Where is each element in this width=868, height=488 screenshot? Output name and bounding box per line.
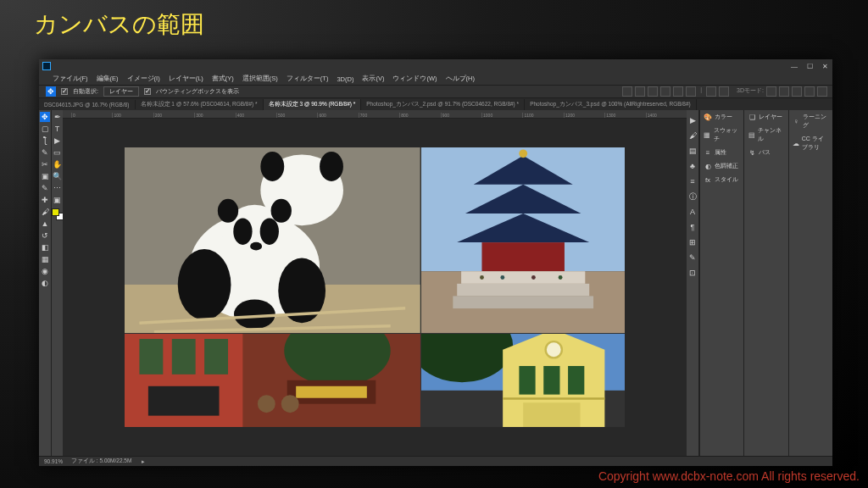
- align-icon-4[interactable]: [660, 86, 670, 97]
- menu-layer[interactable]: レイヤー(L): [169, 75, 203, 83]
- 3d-icon-5[interactable]: [817, 86, 827, 97]
- eyedropper-tool[interactable]: ✎: [40, 183, 50, 193]
- dodge-tool[interactable]: ◐: [40, 278, 50, 288]
- tool-presets-icon[interactable]: ✎: [687, 252, 698, 263]
- placed-image-street[interactable]: [125, 334, 420, 427]
- path-select-tool[interactable]: ▶: [53, 136, 63, 146]
- marquee-tool[interactable]: ▢: [40, 124, 50, 134]
- move-tool[interactable]: ✥: [40, 112, 50, 122]
- doc-tab-1[interactable]: 名称未設定 1 @ 57.6% (DSC04614, RGB/8#) *: [136, 99, 264, 110]
- 3d-icon-1[interactable]: [766, 86, 776, 97]
- menu-view[interactable]: 表示(V): [362, 75, 384, 83]
- paragraph-panel-icon[interactable]: ¶: [687, 222, 698, 232]
- history-panel-icon[interactable]: ▶: [687, 115, 698, 125]
- doc-tab-4[interactable]: Photoshop_カンバス_3.psd @ 100% (AllRightres…: [525, 99, 697, 110]
- glyphs-icon[interactable]: ⊞: [687, 237, 698, 247]
- panel-label: ラーニング: [803, 113, 829, 130]
- edit-toolbar[interactable]: ⋯: [53, 183, 63, 193]
- ruler-mark: 600: [317, 113, 358, 118]
- menu-image[interactable]: イメージ(I): [127, 75, 160, 83]
- navigator-icon[interactable]: ⊡: [687, 268, 698, 278]
- panel-color[interactable]: 🎨カラー: [700, 110, 743, 124]
- window-maximize-button[interactable]: ☐: [805, 62, 814, 70]
- panel-layers[interactable]: ❏レイヤー: [744, 110, 787, 124]
- align-icon-3[interactable]: [648, 86, 658, 97]
- align-icon-1[interactable]: [622, 86, 632, 97]
- placed-image-panda[interactable]: [125, 147, 420, 333]
- panel-channels[interactable]: ▤チャンネル: [744, 124, 787, 146]
- auto-select-dropdown[interactable]: レイヤー: [103, 86, 139, 97]
- stamp-tool[interactable]: ▲: [40, 219, 50, 229]
- brush-tool[interactable]: 🖌: [40, 207, 50, 217]
- panel-libraries[interactable]: ☁CC ライブラリ: [789, 132, 832, 154]
- menu-3d[interactable]: 3D(D): [337, 75, 353, 83]
- crop-tool[interactable]: ✂: [40, 159, 50, 169]
- window-close-button[interactable]: ✕: [821, 62, 829, 70]
- menu-type[interactable]: 書式(Y): [212, 75, 234, 83]
- heal-tool[interactable]: ✚: [40, 195, 50, 205]
- status-zoom[interactable]: 90.91%: [44, 458, 63, 464]
- panel-paths[interactable]: ↯パス: [744, 146, 787, 159]
- blur-tool[interactable]: ◉: [40, 266, 50, 276]
- svg-point-3: [260, 152, 284, 181]
- brush-settings-icon[interactable]: ▤: [687, 146, 698, 156]
- distribute-icon-1[interactable]: [706, 86, 716, 97]
- canvas-viewport[interactable]: [63, 119, 687, 456]
- panel-swatches[interactable]: ▦スウォッチ: [700, 124, 743, 146]
- rect-tool[interactable]: ▭: [53, 147, 63, 158]
- properties-icon: ≡: [704, 148, 712, 157]
- panel-properties[interactable]: ≡属性: [700, 146, 743, 159]
- status-fileinfo[interactable]: ファイル : 5.00M/22.5M: [71, 458, 131, 465]
- doc-tab-0[interactable]: DSC04615.JPG @ 16.7% (RGB/8): [39, 100, 136, 109]
- ps-logo-icon: [42, 62, 51, 70]
- pen-tool[interactable]: ✒: [53, 112, 63, 122]
- gradient-tool[interactable]: ▦: [40, 254, 50, 264]
- placed-image-church[interactable]: [421, 334, 625, 427]
- align-icon-6[interactable]: [686, 86, 696, 97]
- align-icon-5[interactable]: [673, 86, 683, 97]
- doc-tab-3[interactable]: Photoshop_カンバス_2.psd @ 91.7% (DSC04622, …: [361, 99, 525, 110]
- zoom-tool[interactable]: 🔍: [53, 171, 63, 181]
- 3d-icon-4[interactable]: [804, 86, 815, 97]
- menu-edit[interactable]: 編集(E): [97, 75, 119, 83]
- panel-adjustments[interactable]: ◐色調補正: [700, 159, 743, 173]
- 3d-icon-3[interactable]: [792, 86, 802, 97]
- frame-tool[interactable]: ▣: [40, 171, 50, 181]
- brush-panel-icon[interactable]: 🖌: [687, 130, 698, 141]
- svg-rect-44: [568, 366, 584, 395]
- screen-mode-tool[interactable]: ▣: [53, 195, 63, 205]
- actions-icon[interactable]: ≡: [687, 176, 698, 186]
- svg-rect-33: [148, 386, 220, 416]
- distribute-icon-2[interactable]: [719, 86, 729, 97]
- info-icon[interactable]: ⓘ: [687, 191, 698, 202]
- color-swatches[interactable]: [52, 208, 64, 220]
- menu-window[interactable]: ウィンドウ(W): [392, 75, 437, 83]
- 3d-icon-2[interactable]: [779, 86, 789, 97]
- history-brush-tool[interactable]: ↺: [40, 230, 50, 241]
- window-minimize-button[interactable]: —: [790, 62, 798, 70]
- menu-help[interactable]: ヘルプ(H): [446, 75, 475, 83]
- doc-tab-2[interactable]: 名称未設定 3 @ 90.9% (RGB/8#) *: [264, 99, 362, 110]
- panel-label: 色調補正: [715, 162, 738, 170]
- type-tool[interactable]: T: [53, 124, 63, 134]
- clone-source-icon[interactable]: ♣: [687, 161, 698, 171]
- lasso-tool[interactable]: ƪ: [40, 136, 50, 146]
- menu-filter[interactable]: フィルター(T): [287, 75, 329, 83]
- quick-select-tool[interactable]: ✎: [40, 147, 50, 158]
- adjustments-icon: ◐: [704, 162, 712, 170]
- character-panel-icon[interactable]: A: [687, 207, 698, 217]
- canvas-document[interactable]: [125, 147, 625, 427]
- panel-learn[interactable]: ♀ラーニング: [789, 110, 832, 132]
- fg-color-swatch[interactable]: [52, 208, 59, 216]
- auto-select-checkbox[interactable]: [61, 88, 68, 95]
- menu-file[interactable]: ファイル(F): [53, 75, 88, 83]
- panel-styles[interactable]: fxスタイル: [700, 173, 743, 186]
- menu-select[interactable]: 選択範囲(S): [242, 75, 278, 83]
- hand-tool[interactable]: ✋: [53, 159, 63, 169]
- eraser-tool[interactable]: ◧: [40, 242, 50, 252]
- align-icon-2[interactable]: [635, 86, 645, 97]
- svg-point-7: [233, 219, 252, 245]
- bbox-checkbox[interactable]: [144, 88, 151, 95]
- svg-point-26: [531, 275, 536, 280]
- placed-image-temple[interactable]: [421, 147, 625, 333]
